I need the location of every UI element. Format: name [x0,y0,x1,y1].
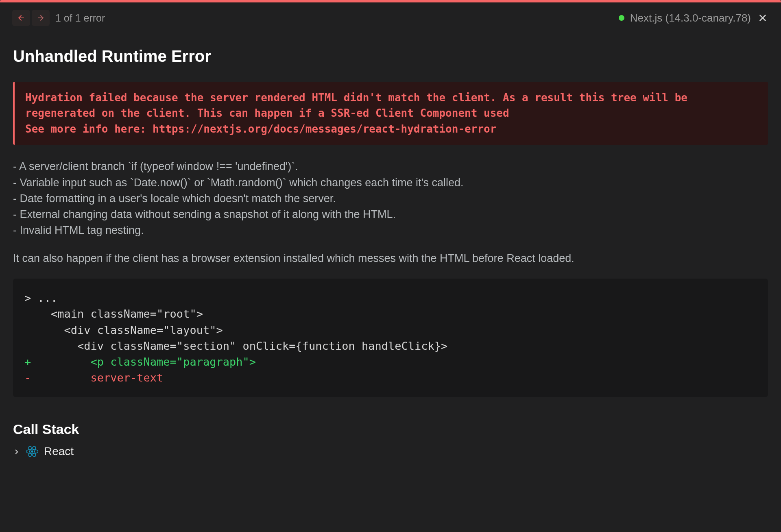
arrow-right-icon [37,14,45,22]
error-title: Unhandled Runtime Error [13,47,768,65]
svg-point-4 [31,450,33,452]
close-button[interactable] [757,12,769,24]
overlay-toolbar: 1 of 1 error Next.js (14.3.0-canary.78) [0,2,781,31]
framework-version-label: Next.js (14.3.0-canary.78) [630,12,751,24]
callstack-frame-label: React [44,445,74,458]
callstack-heading: Call Stack [13,421,768,437]
error-overlay-dialog: 1 of 1 error Next.js (14.3.0-canary.78) … [0,0,781,532]
diff-line: <div className="layout"> [24,322,757,338]
diff-line: <div className="section" onClick={functi… [24,338,757,354]
diff-line: - server-text [24,370,757,386]
chevron-right-icon [13,445,20,458]
diff-line: > ... [24,290,757,306]
callstack-frame-row[interactable]: React [13,445,768,458]
error-count-label: 1 of 1 error [55,12,105,24]
close-icon [757,13,768,23]
causes-list: - A server/client branch `if (typeof win… [13,159,768,238]
overlay-body: Unhandled Runtime Error Hydration failed… [0,31,781,475]
arrow-left-icon [17,14,25,22]
previous-error-button[interactable] [12,10,30,26]
next-error-button[interactable] [32,10,50,26]
status-dot-icon [619,15,624,21]
diff-line: + <p className="paragraph"> [24,354,757,370]
diff-line: <main className="root"> [24,306,757,322]
error-message-banner: Hydration failed because the server rend… [13,82,768,145]
extension-note: It can also happen if the client has a b… [13,251,768,266]
toolbar-left: 1 of 1 error [12,10,105,26]
error-nav-buttons [12,10,50,26]
toolbar-right: Next.js (14.3.0-canary.78) [619,12,769,24]
react-icon [26,445,38,458]
hydration-diff-box: > ... <main className="root"> <div class… [13,279,768,397]
